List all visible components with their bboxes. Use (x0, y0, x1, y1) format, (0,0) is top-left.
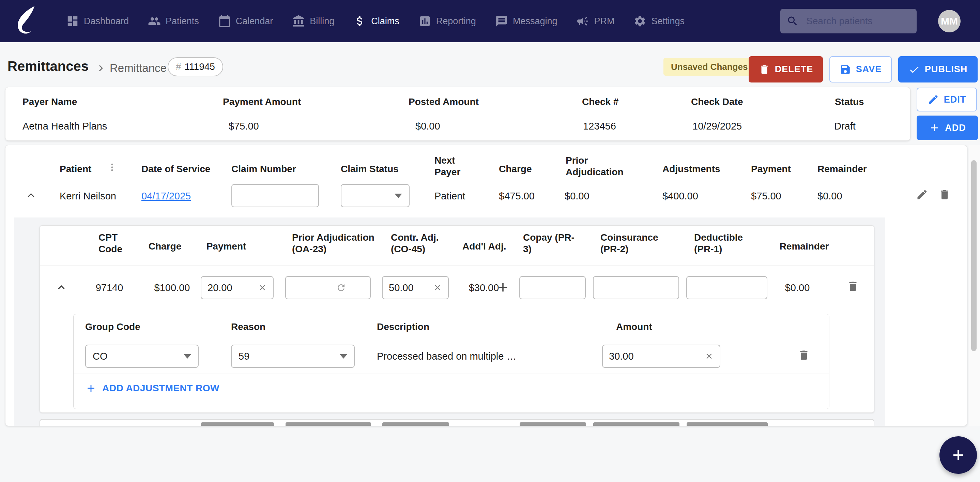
adj-header-reason: Reason (231, 321, 266, 333)
add-button[interactable]: ADD (916, 116, 978, 140)
cpt-header-divider (40, 266, 874, 266)
collapse-claim-icon[interactable] (24, 189, 38, 202)
adjustments-card: Group Code Reason Description Amount CO … (73, 314, 829, 409)
refresh-icon[interactable] (336, 283, 346, 293)
claims-header-date-of-service: Date of Service (142, 163, 210, 175)
delete-adjustment-button[interactable] (798, 349, 810, 361)
prior-adjudication-value: $0.00 (565, 190, 590, 202)
badge-hash: # (176, 61, 181, 72)
save-button[interactable]: SAVE (829, 56, 892, 83)
more-vert-icon[interactable] (106, 162, 118, 173)
delete-claim-button[interactable] (939, 189, 951, 201)
nav-item-settings[interactable]: Settings (633, 15, 684, 28)
app-logo-icon[interactable] (13, 5, 35, 37)
status-value: Draft (834, 120, 856, 132)
nav-label: Billing (310, 16, 334, 27)
search-box (780, 9, 916, 33)
save-icon (840, 64, 851, 75)
page-title[interactable]: Remittances (8, 59, 89, 74)
claim-number-input-wrap (231, 184, 319, 207)
fab-add-button[interactable] (939, 436, 977, 474)
cpt-header-prior-adjudication: Prior Adjudication (OA-23) (292, 232, 384, 255)
trash-icon (847, 280, 859, 293)
adj-header-description: Description (377, 321, 430, 333)
cpt-payment-input[interactable] (207, 282, 258, 293)
calendar-icon (218, 15, 231, 28)
scrollbar-track[interactable] (969, 145, 980, 426)
nav-label: Calendar (236, 16, 273, 27)
trash-icon (798, 349, 810, 361)
adj-header-group-code: Group Code (85, 321, 140, 333)
clear-icon[interactable] (705, 352, 714, 361)
clear-icon[interactable] (258, 283, 267, 292)
next-payer-value: Patient (434, 190, 465, 202)
dropdown-arrow-icon (395, 194, 402, 198)
nav-label: Patients (165, 16, 199, 27)
cpt-header-code: CPT Code (99, 232, 132, 255)
cpt-header-deductible: Deductible (PR-1) (694, 232, 756, 255)
nav-item-dashboard[interactable]: Dashboard (66, 15, 129, 28)
cpt-prior-adj-input[interactable] (292, 282, 333, 293)
claims-header-prior-adjudication: Prior Adjudication (566, 155, 637, 178)
claim-number-input[interactable] (238, 190, 312, 202)
adjustment-amount-input[interactable] (609, 351, 705, 362)
claims-header-adjustments: Adjustments (662, 163, 720, 175)
cpt-coinsurance-input[interactable] (600, 282, 672, 293)
dropdown-arrow-icon (184, 354, 191, 359)
breadcrumb-chevron-icon (95, 62, 107, 74)
nav-item-claims[interactable]: Claims (353, 15, 399, 28)
avatar[interactable]: MM (938, 10, 961, 32)
trash-icon (759, 64, 770, 75)
search-input[interactable] (806, 16, 929, 27)
remittance-page: Remittances Remittance # 111945 Unsaved … (0, 42, 980, 482)
nav-item-patients[interactable]: Patients (148, 15, 199, 28)
claims-header-payment: Payment (751, 163, 791, 175)
payment-value: $75.00 (751, 190, 781, 202)
reporting-icon (418, 15, 431, 28)
date-of-service-link[interactable]: 04/17/2025 (142, 190, 191, 202)
nav-item-reporting[interactable]: Reporting (418, 15, 476, 28)
nav-item-calendar[interactable]: Calendar (218, 15, 273, 28)
edit-button[interactable]: EDIT (916, 87, 977, 111)
check-icon (908, 64, 920, 75)
nav-item-billing[interactable]: Billing (292, 15, 334, 28)
claim-status-select[interactable] (341, 184, 410, 207)
cpt-copay-input-wrap (519, 276, 586, 299)
collapse-cpt-icon[interactable] (55, 281, 68, 294)
partial-input (382, 422, 449, 426)
cpt-copay-input[interactable] (526, 282, 579, 293)
check-date-value: 10/29/2025 (692, 120, 742, 132)
dropdown-arrow-icon (340, 354, 347, 359)
delete-cpt-row-button[interactable] (847, 280, 859, 293)
nav-item-prm[interactable]: PRM (576, 15, 614, 28)
claims-header-claim-number: Claim Number (231, 163, 296, 175)
summary-header-payment-amount: Payment Amount (223, 96, 301, 108)
group-code-select[interactable]: CO (85, 345, 199, 368)
publish-button[interactable]: PUBLISH (898, 56, 978, 83)
adj-header-divider (73, 337, 829, 337)
scrollbar-thumb[interactable] (971, 160, 977, 351)
add-adjustment-row-button[interactable]: ADD ADJUSTMENT ROW (85, 382, 220, 394)
publish-label: PUBLISH (925, 64, 968, 75)
cpt-payment-input-wrap (201, 276, 274, 299)
summary-header-payer-name: Payer Name (22, 96, 77, 108)
billing-icon (292, 15, 305, 28)
unsaved-changes-badge: Unsaved Changes (663, 58, 755, 76)
partial-input (593, 422, 679, 426)
nav-item-messaging[interactable]: Messaging (495, 15, 557, 28)
claims-card: Patient Date of Service Claim Number Cla… (5, 145, 967, 426)
search-icon (786, 15, 799, 27)
edit-claim-button[interactable] (916, 189, 928, 201)
claims-header-divider (5, 180, 967, 180)
adjustment-amount-input-wrap (602, 345, 720, 368)
cpt-contr-adj-input-wrap (382, 276, 449, 299)
cpt-deductible-input[interactable] (693, 282, 760, 293)
add-adjustment-icon[interactable] (496, 280, 510, 294)
settings-icon (633, 15, 646, 28)
reason-select[interactable]: 59 (231, 345, 355, 368)
cpt-header-copay: Copay (PR-3) (523, 232, 579, 255)
clear-icon[interactable] (433, 283, 442, 292)
partial-input (201, 422, 274, 426)
delete-button[interactable]: DELETE (749, 56, 823, 83)
cpt-contr-adj-input[interactable] (389, 282, 433, 293)
